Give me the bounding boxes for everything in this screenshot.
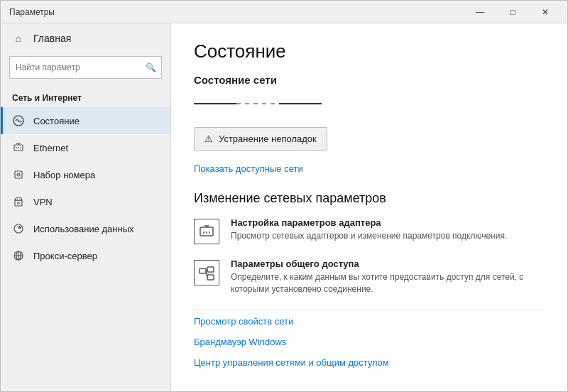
troubleshoot-button[interactable]: ⚠ Устранение неполадок xyxy=(194,127,327,151)
sharing-settings-item[interactable]: Параметры общего доступа Определите, к к… xyxy=(194,258,545,295)
sidebar-item-ethernet-label: Ethernet xyxy=(33,143,68,153)
sidebar-search-container: 🔍 xyxy=(9,56,162,79)
page-title: Состояние xyxy=(194,40,545,62)
svg-point-10 xyxy=(18,202,20,205)
maximize-button[interactable]: □ xyxy=(496,1,529,23)
search-icon: 🔍 xyxy=(146,62,156,72)
sidebar-item-proxy-label: Прокси-сервер xyxy=(33,251,97,261)
data-usage-icon xyxy=(12,222,25,235)
sidebar-item-vpn-label: VPN xyxy=(33,197,53,207)
adapter-icon xyxy=(194,219,219,244)
sidebar-section-label: Сеть и Интернет xyxy=(1,85,170,107)
view-properties-link[interactable]: Просмотр свойств сети xyxy=(194,316,545,327)
sidebar-item-dialup[interactable]: Набор номера xyxy=(1,161,170,188)
sidebar-item-proxy[interactable]: Прокси-сервер xyxy=(1,242,170,269)
adapter-settings-item[interactable]: Настройка параметров адаптера Просмотр с… xyxy=(194,217,545,244)
sidebar-item-dialup-label: Набор номера xyxy=(33,170,95,180)
sharing-desc: Определите, к каким данным вы хотите пре… xyxy=(231,271,545,295)
firewall-link[interactable]: Брандмауэр Windows xyxy=(194,337,545,347)
sidebar: ⌂ Главная 🔍 Сеть и Интернет Состояние xyxy=(1,23,171,391)
troubleshoot-warning-icon: ⚠ xyxy=(204,134,213,144)
sidebar-item-status-label: Состояние xyxy=(33,116,80,126)
adapter-desc: Просмотр сетевых адаптеров и изменение п… xyxy=(231,230,545,242)
adapter-title: Настройка параметров адаптера xyxy=(231,217,545,228)
svg-rect-7 xyxy=(15,171,22,178)
vpn-icon xyxy=(12,195,25,208)
title-bar: Параметры — □ ✕ xyxy=(1,1,567,23)
network-diagram xyxy=(194,97,545,110)
sidebar-item-vpn[interactable]: VPN xyxy=(1,188,170,215)
sidebar-item-status[interactable]: Состояние xyxy=(1,107,170,134)
dialup-icon xyxy=(12,168,25,181)
search-input[interactable] xyxy=(9,56,162,79)
status-icon xyxy=(12,114,25,127)
sharing-text: Параметры общего доступа Определите, к к… xyxy=(231,258,545,295)
proxy-icon xyxy=(12,249,25,262)
show-networks-link[interactable]: Показать доступные сети xyxy=(194,163,303,174)
content-area: ⌂ Главная 🔍 Сеть и Интернет Состояние xyxy=(1,23,567,391)
svg-rect-22 xyxy=(200,268,206,273)
sidebar-item-ethernet[interactable]: Ethernet xyxy=(1,134,170,161)
change-section-title: Изменение сетевых параметров xyxy=(194,191,545,206)
network-line-dashed xyxy=(236,103,279,104)
network-line-solid-left xyxy=(194,103,236,104)
sharing-icon xyxy=(194,260,219,285)
divider xyxy=(194,310,545,310)
sidebar-item-data-usage-label: Использование данных xyxy=(33,224,134,234)
sharing-title: Параметры общего доступа xyxy=(231,258,545,269)
window-title: Параметры xyxy=(9,7,55,17)
sidebar-item-data-usage[interactable]: Использование данных xyxy=(1,215,170,242)
svg-point-8 xyxy=(17,173,20,176)
svg-rect-24 xyxy=(207,275,214,280)
close-button[interactable]: ✕ xyxy=(529,1,562,23)
sidebar-item-home[interactable]: ⌂ Главная xyxy=(1,23,170,53)
main-content: Состояние Состояние сети ⚠ Устранение не… xyxy=(171,23,567,391)
sidebar-home-label: Главная xyxy=(33,33,71,44)
network-line-solid-right xyxy=(279,103,322,104)
home-icon: ⌂ xyxy=(12,32,25,45)
svg-rect-9 xyxy=(15,200,22,206)
svg-rect-23 xyxy=(207,267,214,272)
adapter-text: Настройка параметров адаптера Просмотр с… xyxy=(231,217,545,242)
troubleshoot-label: Устранение неполадок xyxy=(219,134,317,144)
ethernet-icon xyxy=(12,141,25,154)
window-controls: — □ ✕ xyxy=(464,1,562,23)
network-center-link[interactable]: Центр управления сетями и общим доступом xyxy=(194,357,545,368)
minimize-button[interactable]: — xyxy=(464,1,496,23)
network-status-title: Состояние сети xyxy=(194,74,545,86)
